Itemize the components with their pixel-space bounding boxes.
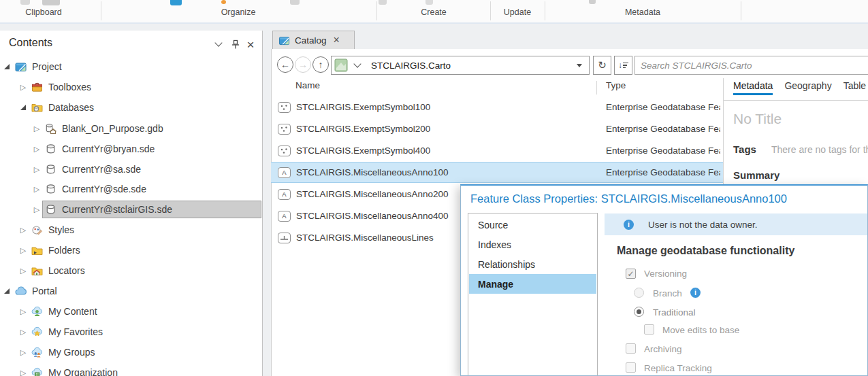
dialog-title: Feature Class Properties: STCLAIRGIS.Mis… [470, 192, 787, 205]
expander-collapsed-icon[interactable]: ▷ [31, 124, 42, 133]
column-header-name[interactable]: Name [295, 80, 320, 90]
section-heading: Manage geodatabase functionality [617, 245, 794, 257]
ribbon-separator [545, 1, 545, 20]
my-favorites-icon [31, 326, 44, 337]
dialog-tab-source[interactable]: Source [469, 215, 596, 235]
tab-metadata[interactable]: Metadata [733, 80, 773, 95]
ribbon-group-update[interactable]: Update [483, 7, 551, 17]
database-connection-icon [44, 164, 57, 175]
expander-expanded-icon[interactable] [18, 105, 29, 110]
tree-item-databases[interactable]: Databases [0, 98, 263, 117]
ribbon-button-fragment [170, 0, 182, 5]
close-icon[interactable]: × [244, 37, 257, 51]
replica-tracking-label: Replica Tracking [644, 363, 712, 373]
tree-item-my-organization[interactable]: ▷ My Organization [0, 363, 263, 376]
panel-menu-chevron-icon[interactable] [212, 37, 225, 51]
table-row[interactable]: STCLAIRGIS.ExemptSymbol200 Enterprise Ge… [271, 118, 723, 139]
tree-item-toolboxes[interactable]: ▷ Toolboxes [0, 78, 263, 97]
tree-item-my-favorites[interactable]: ▷ My Favorites [0, 322, 263, 341]
replica-tracking-checkbox[interactable] [626, 362, 636, 373]
portal-cloud-icon [14, 286, 27, 296]
table-row[interactable]: STCLAIRGIS.ExemptSymbol400 Enterprise Ge… [271, 140, 723, 161]
expander-collapsed-icon[interactable]: ▷ [31, 205, 42, 214]
tree-item-currentyr-sa-sde[interactable]: ▷ CurrentYr@sa.sde [0, 160, 263, 179]
tree-item-my-groups[interactable]: ▷ My Groups [0, 343, 263, 362]
ribbon-separator [376, 1, 377, 20]
versioning-checkbox[interactable]: ✓ [626, 269, 636, 279]
tree-item-my-content[interactable]: ▷ My Content [0, 302, 263, 321]
dialog-tab-relationships[interactable]: Relationships [469, 254, 596, 274]
ribbon-group-create[interactable]: Create [400, 7, 468, 17]
search-input[interactable] [634, 56, 868, 75]
dropdown-arrow-icon[interactable] [577, 64, 582, 67]
ribbon-button-fragment [42, 0, 60, 5]
tab-geography[interactable]: Geography [784, 80, 831, 95]
tree-item-styles[interactable]: ▷ Styles [0, 220, 263, 239]
my-organization-icon [31, 367, 44, 376]
location-combobox[interactable]: STCLAIRGIS.Carto [331, 56, 590, 75]
database-connection-icon [44, 143, 57, 154]
toolbox-icon [31, 82, 44, 92]
expander-collapsed-icon[interactable]: ▷ [18, 226, 29, 235]
archiving-checkbox[interactable] [626, 343, 636, 354]
info-icon: i [624, 220, 634, 230]
tree-item-locators[interactable]: ▷ Locators [0, 261, 263, 280]
tree-item-currentyr-stclairgis-sde[interactable]: ▷ CurrentYr@stclairGIS.sde [0, 200, 263, 219]
tree-item-folders[interactable]: ▷ Folders [0, 241, 263, 260]
expander-collapsed-icon[interactable]: ▷ [18, 328, 29, 337]
expander-collapsed-icon[interactable]: ▷ [18, 267, 29, 275]
traditional-radio[interactable] [634, 307, 644, 317]
ribbon-group-clipboard[interactable]: Clipboard [10, 7, 78, 17]
ribbon-button-fragment [425, 0, 433, 5]
ribbon-separator [490, 1, 491, 20]
back-button[interactable]: ← [277, 56, 293, 73]
tree-item-currentyr-bryan-sde[interactable]: ▷ CurrentYr@bryan.sde [0, 139, 263, 158]
dialog-tab-manage[interactable]: Manage [469, 274, 596, 294]
line-feature-class-icon [278, 233, 291, 243]
sort-button[interactable]: ↓ [614, 56, 632, 75]
column-divider[interactable] [596, 81, 597, 95]
tab-catalog[interactable]: Catalog × [272, 31, 355, 49]
expander-collapsed-icon[interactable]: ▷ [18, 307, 29, 316]
table-row-selected[interactable]: A STCLAIRGIS.MiscellaneousAnno100 Enterp… [271, 162, 723, 183]
tree-item-portal[interactable]: Portal [0, 281, 263, 301]
dialog-tab-indexes[interactable]: Indexes [469, 235, 596, 254]
branch-info-icon[interactable]: i [690, 288, 701, 298]
expander-collapsed-icon[interactable]: ▷ [18, 348, 29, 357]
ribbon-group-metadata[interactable]: Metadata [609, 7, 677, 17]
annotation-feature-class-icon: A [278, 167, 291, 178]
column-header-type[interactable]: Type [606, 80, 626, 90]
expander-collapsed-icon[interactable]: ▷ [31, 165, 42, 174]
tree-item-currentyr-sde-sde[interactable]: ▷ CurrentYr@sde.sde [0, 180, 263, 199]
expander-collapsed-icon[interactable]: ▷ [31, 185, 42, 194]
move-edits-to-base-label: Move edits to base [662, 325, 739, 335]
expander-collapsed-icon[interactable]: ▷ [18, 83, 29, 92]
refresh-button[interactable]: ↻ [593, 56, 611, 75]
point-feature-class-icon [278, 124, 291, 135]
branch-radio[interactable] [634, 288, 644, 298]
ribbon-button-fragment [20, 0, 30, 5]
chevron-down-icon[interactable] [353, 60, 361, 67]
expander-collapsed-icon[interactable]: ▷ [18, 246, 29, 255]
contents-panel: Contents × Project ▷ Toolboxes Databases… [0, 31, 263, 376]
tree-item-project[interactable]: Project [0, 57, 263, 76]
up-button[interactable]: ↑ [312, 56, 329, 73]
summary-label: Summary [733, 169, 779, 181]
expander-expanded-icon[interactable] [1, 64, 12, 69]
forward-button[interactable]: → [295, 56, 311, 73]
databases-icon [31, 102, 44, 113]
tree-item-blank-on-purpose-gdb[interactable]: ▷ Blank_On_Purpose.gdb [0, 119, 263, 138]
database-connection-icon [44, 204, 57, 215]
my-groups-icon [31, 347, 44, 358]
table-row[interactable]: STCLAIRGIS.ExemptSymbol100 Enterprise Ge… [271, 97, 723, 118]
expander-collapsed-icon[interactable]: ▷ [31, 145, 42, 154]
divider [724, 100, 868, 101]
ribbon-group-organize[interactable]: Organize [170, 7, 306, 17]
expander-collapsed-icon[interactable]: ▷ [18, 369, 29, 376]
versioning-label: Versioning [644, 269, 687, 279]
move-edits-to-base-checkbox[interactable] [644, 324, 654, 335]
tab-close-icon[interactable]: × [334, 34, 340, 46]
expander-expanded-icon[interactable] [1, 288, 12, 294]
pin-icon[interactable] [229, 37, 242, 51]
tab-table[interactable]: Table [843, 80, 866, 95]
